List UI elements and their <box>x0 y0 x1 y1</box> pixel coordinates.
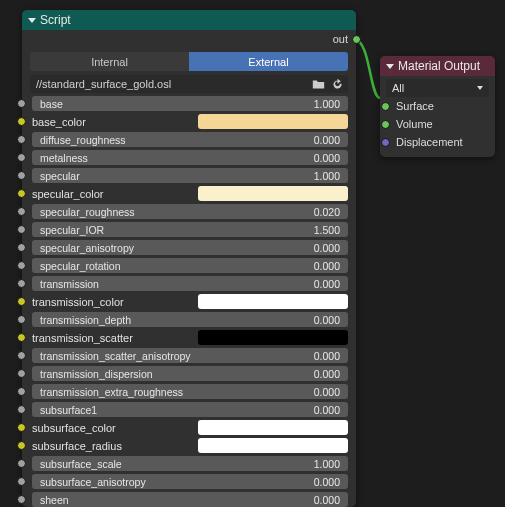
input-socket[interactable] <box>17 135 26 144</box>
param-specular: specular1.000 <box>22 167 356 184</box>
input-socket[interactable] <box>17 459 26 468</box>
input-socket[interactable] <box>17 369 26 378</box>
target-dropdown[interactable]: All <box>386 79 489 97</box>
input-socket[interactable] <box>17 351 26 360</box>
value-slider[interactable]: specular_roughness0.020 <box>32 204 348 219</box>
param-value: 1.500 <box>314 224 340 236</box>
param-transmission_depth: transmission_depth0.000 <box>22 311 356 328</box>
param-transmission_scatter_anisotropy: transmission_scatter_anisotropy0.000 <box>22 347 356 364</box>
param-value: 0.000 <box>314 404 340 416</box>
param-diffuse_roughness: diffuse_roughness0.000 <box>22 131 356 148</box>
color-swatch[interactable] <box>198 420 348 435</box>
input-socket[interactable] <box>17 207 26 216</box>
collapse-icon[interactable] <box>386 64 394 69</box>
value-slider[interactable]: subsurface_scale1.000 <box>32 456 348 471</box>
param-label: subsurface_scale <box>40 458 122 470</box>
input-socket[interactable] <box>17 495 26 504</box>
param-transmission_scatter: transmission_scatter <box>22 329 356 346</box>
input-socket[interactable] <box>17 333 26 342</box>
param-transmission_extra_roughness: transmission_extra_roughness0.000 <box>22 383 356 400</box>
param-label: diffuse_roughness <box>40 134 126 146</box>
value-slider[interactable]: specular1.000 <box>32 168 348 183</box>
param-value: 0.000 <box>314 314 340 326</box>
value-slider[interactable]: specular_anisotropy0.000 <box>32 240 348 255</box>
param-label: subsurface1 <box>40 404 97 416</box>
input-socket[interactable] <box>17 405 26 414</box>
param-specular_anisotropy: specular_anisotropy0.000 <box>22 239 356 256</box>
input-socket[interactable] <box>17 423 26 432</box>
value-slider[interactable]: transmission_scatter_anisotropy0.000 <box>32 348 348 363</box>
input-socket[interactable] <box>17 99 26 108</box>
input-socket[interactable] <box>17 279 26 288</box>
value-slider[interactable]: transmission_extra_roughness0.000 <box>32 384 348 399</box>
script-node-header[interactable]: Script <box>22 10 356 30</box>
value-slider[interactable]: sheen0.000 <box>32 492 348 507</box>
material-output-header[interactable]: Material Output <box>380 56 495 76</box>
input-socket[interactable] <box>381 138 390 147</box>
input-socket[interactable] <box>17 189 26 198</box>
param-value: 0.000 <box>314 260 340 272</box>
value-slider[interactable]: base1.000 <box>32 96 348 111</box>
input-socket[interactable] <box>17 171 26 180</box>
input-socket[interactable] <box>17 477 26 486</box>
tab-external[interactable]: External <box>189 52 348 71</box>
param-specular_rotation: specular_rotation0.000 <box>22 257 356 274</box>
value-slider[interactable]: subsurface_anisotropy0.000 <box>32 474 348 489</box>
input-socket[interactable] <box>381 120 390 129</box>
param-label: sheen <box>40 494 69 506</box>
value-slider[interactable]: specular_rotation0.000 <box>32 258 348 273</box>
value-slider[interactable]: transmission_dispersion0.000 <box>32 366 348 381</box>
param-subsurface_anisotropy: subsurface_anisotropy0.000 <box>22 473 356 490</box>
material-output-title: Material Output <box>398 59 480 73</box>
file-path-field[interactable]: //standard_surface_gold.osl <box>30 75 348 93</box>
param-sheen: sheen0.000 <box>22 491 356 507</box>
script-node[interactable]: Script out Internal External //standard_… <box>22 10 356 507</box>
value-slider[interactable]: transmission0.000 <box>32 276 348 291</box>
param-value: 0.000 <box>314 368 340 380</box>
color-swatch[interactable] <box>198 294 348 309</box>
param-label: base <box>40 98 63 110</box>
param-label: subsurface_radius <box>32 440 192 452</box>
param-specular_color: specular_color <box>22 185 356 202</box>
output-socket-label: out <box>333 33 348 45</box>
param-value: 0.000 <box>314 350 340 362</box>
input-socket[interactable] <box>17 225 26 234</box>
param-label: transmission_scatter_anisotropy <box>40 350 191 362</box>
color-swatch[interactable] <box>198 438 348 453</box>
value-slider[interactable]: diffuse_roughness0.000 <box>32 132 348 147</box>
param-base: base1.000 <box>22 95 356 112</box>
input-surface: Surface <box>386 97 489 115</box>
input-socket[interactable] <box>17 117 26 126</box>
color-swatch[interactable] <box>198 330 348 345</box>
input-displacement: Displacement <box>386 133 489 151</box>
material-output-node[interactable]: Material Output All SurfaceVolumeDisplac… <box>380 56 495 157</box>
input-socket[interactable] <box>17 441 26 450</box>
input-socket[interactable] <box>17 387 26 396</box>
folder-icon[interactable] <box>310 76 326 92</box>
input-socket[interactable] <box>17 315 26 324</box>
value-slider[interactable]: transmission_depth0.000 <box>32 312 348 327</box>
value-slider[interactable]: metalness0.000 <box>32 150 348 165</box>
tab-internal[interactable]: Internal <box>30 52 189 71</box>
param-transmission_color: transmission_color <box>22 293 356 310</box>
color-swatch[interactable] <box>198 114 348 129</box>
param-label: transmission_dispersion <box>40 368 153 380</box>
input-socket[interactable] <box>17 261 26 270</box>
refresh-icon[interactable] <box>329 76 345 92</box>
value-slider[interactable]: subsurface10.000 <box>32 402 348 417</box>
target-dropdown-value: All <box>392 82 404 94</box>
chevron-down-icon <box>477 86 483 90</box>
param-transmission: transmission0.000 <box>22 275 356 292</box>
param-label: specular_IOR <box>40 224 104 236</box>
param-value: 1.000 <box>314 98 340 110</box>
value-slider[interactable]: specular_IOR1.500 <box>32 222 348 237</box>
input-socket[interactable] <box>381 102 390 111</box>
output-socket[interactable] <box>352 35 361 44</box>
param-value: 0.000 <box>314 494 340 506</box>
input-socket[interactable] <box>17 243 26 252</box>
color-swatch[interactable] <box>198 186 348 201</box>
input-socket[interactable] <box>17 297 26 306</box>
collapse-icon[interactable] <box>28 18 36 23</box>
input-socket[interactable] <box>17 153 26 162</box>
param-specular_IOR: specular_IOR1.500 <box>22 221 356 238</box>
